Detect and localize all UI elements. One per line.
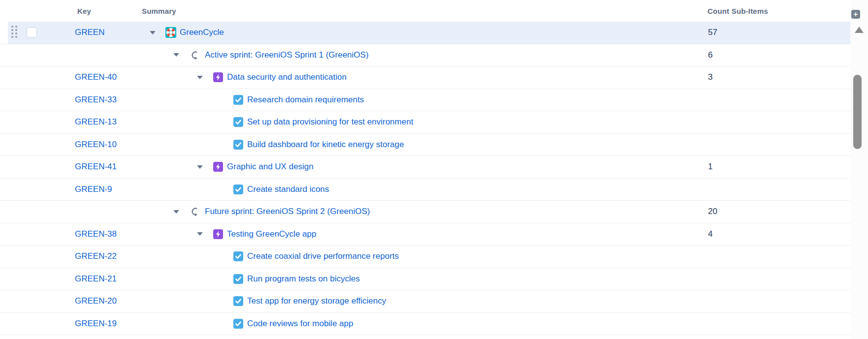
sprint-icon: [189, 50, 200, 61]
summary-text[interactable]: Code reviews for mobile app: [247, 319, 353, 329]
issue-key[interactable]: GREEN-13: [75, 111, 117, 133]
subtask-icon: [233, 319, 243, 329]
issue-type-icon: [233, 251, 244, 262]
scrollbar-thumb[interactable]: [853, 75, 862, 149]
epic-icon: [213, 229, 223, 239]
summary-cell: Graphic and UX design: [196, 156, 314, 178]
sprint-icon: [189, 206, 200, 217]
issue-row[interactable]: GREEN-19: [0, 313, 850, 336]
table-header: Key Summary Count Sub-Items: [0, 0, 850, 22]
column-header-key[interactable]: Key: [77, 0, 91, 22]
subtask-icon: [233, 274, 243, 284]
count-value: 4: [708, 223, 712, 246]
issue-type-icon: [213, 161, 224, 172]
issue-key[interactable]: GREEN-38: [75, 223, 117, 246]
subtask-icon: [233, 251, 243, 261]
issue-type-icon: [233, 139, 244, 150]
count-value: 3: [708, 66, 712, 89]
summary-text[interactable]: Active sprint: GreeniOS Sprint 1 (Greeni…: [205, 50, 369, 60]
issue-key[interactable]: GREEN-22: [75, 246, 117, 268]
expand-collapse-arrow[interactable]: [196, 163, 203, 170]
issue-type-icon: [233, 94, 244, 105]
issue-type-icon: [189, 50, 200, 61]
summary-cell: Testing GreenCycle app: [196, 223, 316, 246]
scrollbar-gutter: +: [850, 0, 868, 339]
summary-text[interactable]: Testing GreenCycle app: [227, 229, 316, 239]
issue-row[interactable]: GREEN-13: [0, 111, 850, 134]
issue-row[interactable]: GREEN: [0, 22, 850, 44]
issue-row[interactable]: GREEN-40: [0, 66, 850, 89]
issue-type-icon: [233, 318, 244, 329]
summary-text[interactable]: Graphic and UX design: [227, 162, 314, 172]
issue-type-icon: [233, 117, 244, 127]
column-header-count[interactable]: Count Sub-Items: [707, 0, 768, 22]
summary-text[interactable]: Run program tests on bicycles: [247, 274, 360, 284]
count-value: 57: [708, 22, 717, 44]
issue-row[interactable]: GREEN-33: [0, 89, 850, 112]
issue-key[interactable]: GREEN-20: [75, 290, 117, 312]
issue-row[interactable]: GREEN-20: [0, 290, 850, 313]
issue-row[interactable]: GREEN-10: [0, 134, 850, 156]
epic-icon: [213, 162, 223, 172]
row-checkbox[interactable]: [27, 28, 37, 38]
epic-icon: [213, 72, 223, 82]
column-header-summary[interactable]: Summary: [142, 0, 176, 22]
issue-key[interactable]: GREEN-40: [75, 66, 117, 89]
count-value: 6: [708, 44, 712, 66]
issue-row[interactable]: Active sprint: GreeniOS Sprint 1 (Greeni…: [0, 44, 850, 67]
issue-row[interactable]: GREEN-9: [0, 179, 850, 201]
expand-collapse-arrow[interactable]: [196, 231, 203, 238]
issue-type-icon: [213, 229, 224, 240]
summary-text[interactable]: GreenCycle: [180, 28, 224, 37]
issue-key[interactable]: GREEN-41: [75, 156, 117, 178]
summary-text[interactable]: Create standard icons: [247, 185, 329, 194]
issue-type-icon: [213, 72, 224, 83]
issue-type-icon: [165, 27, 176, 38]
summary-text[interactable]: Set up data provisioning for test enviro…: [247, 117, 413, 127]
summary-cell: Create coaxial drive performance reports: [217, 246, 399, 268]
subtask-icon: [233, 296, 243, 306]
summary-cell: Create standard icons: [217, 179, 329, 201]
expand-collapse-arrow[interactable]: [196, 74, 203, 81]
summary-text[interactable]: Test app for energy storage efficiency: [247, 296, 386, 306]
summary-text[interactable]: Data security and authentication: [227, 72, 347, 82]
summary-cell: Run program tests on bicycles: [217, 268, 360, 290]
subtask-icon: [233, 117, 243, 127]
issue-key[interactable]: GREEN-10: [75, 134, 117, 156]
summary-cell: Research domain requirements: [217, 89, 364, 111]
issue-key[interactable]: GREEN-19: [75, 313, 117, 335]
expand-collapse-arrow[interactable]: [173, 52, 180, 59]
summary-text[interactable]: Create coaxial drive performance reports: [247, 251, 399, 261]
summary-cell: Set up data provisioning for test enviro…: [217, 111, 413, 133]
issue-type-icon: [233, 274, 244, 284]
drag-handle-icon[interactable]: [11, 26, 19, 39]
summary-cell: Code reviews for mobile app: [217, 313, 353, 335]
issue-row[interactable]: GREEN-41: [0, 156, 850, 179]
issue-key[interactable]: GREEN-9: [75, 179, 112, 201]
summary-text[interactable]: Build dashboard for kinetic energy stora…: [247, 140, 404, 150]
issue-row[interactable]: GREEN-38: [0, 223, 850, 246]
structure-table: Key Summary Count Sub-Items GREEN: [0, 0, 868, 339]
rows-container: GREEN: [0, 22, 850, 335]
expand-collapse-arrow[interactable]: [149, 29, 156, 36]
summary-text[interactable]: Future sprint: GreeniOS Sprint 2 (Greeni…: [205, 207, 370, 216]
issue-row[interactable]: Future sprint: GreeniOS Sprint 2 (Greeni…: [0, 201, 850, 223]
issue-type-icon: [233, 184, 244, 195]
issue-type-icon: [233, 296, 244, 307]
issue-key[interactable]: GREEN: [75, 22, 104, 44]
summary-text[interactable]: Research domain requirements: [247, 95, 364, 105]
issue-row[interactable]: GREEN-22: [0, 246, 850, 268]
summary-cell: Build dashboard for kinetic energy stora…: [217, 134, 404, 156]
issue-key[interactable]: GREEN-21: [75, 268, 117, 290]
add-column-button[interactable]: +: [851, 10, 860, 19]
summary-cell: Future sprint: GreeniOS Sprint 2 (Greeni…: [173, 201, 370, 223]
issue-row[interactable]: GREEN-21: [0, 268, 850, 291]
count-value: 1: [708, 156, 712, 178]
issue-key[interactable]: GREEN-33: [75, 89, 117, 111]
project-icon: [165, 27, 176, 38]
subtask-icon: [233, 140, 243, 150]
summary-cell: GreenCycle: [149, 22, 224, 44]
summary-cell: Data security and authentication: [196, 66, 347, 89]
scroll-up-arrow-icon[interactable]: [855, 27, 864, 33]
expand-collapse-arrow[interactable]: [173, 208, 180, 215]
